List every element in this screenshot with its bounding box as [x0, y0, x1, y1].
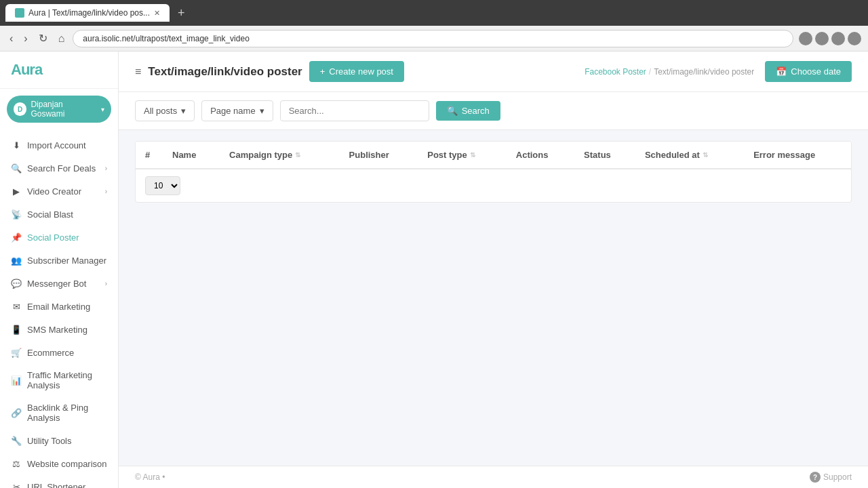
sort-icon: ⇅	[703, 151, 708, 159]
col-scheduled-at: Scheduled at ⇅	[635, 142, 744, 169]
website-comparison-icon: ⚖	[11, 458, 22, 469]
sidebar-item-label: Subscriber Manager	[27, 256, 106, 266]
table-wrapper: # Name Campaign type ⇅ Publisher Post ty…	[135, 141, 852, 203]
sidebar-item-email-marketing[interactable]: ✉ Email Marketing	[0, 295, 118, 318]
search-icon: 🔍	[447, 106, 458, 116]
sidebar-item-sms-marketing[interactable]: 📱 SMS Marketing	[0, 318, 118, 341]
breadcrumb-current: Text/image/link/video poster	[654, 67, 754, 77]
page-name-label: Page name	[210, 106, 256, 116]
all-posts-filter[interactable]: All posts ▾	[135, 100, 195, 121]
user-name: Dipanjan Goswami	[31, 100, 97, 119]
back-button[interactable]: ‹	[7, 30, 16, 47]
url-shortener-icon: ✂	[11, 481, 22, 488]
reload-button[interactable]: ↻	[36, 29, 50, 47]
main-header: ≡ Text/image/link/video poster + Create …	[119, 52, 868, 92]
title-icon: ≡	[135, 66, 141, 78]
sidebar-item-url-shortener[interactable]: ✂ URL Shortener	[0, 475, 118, 488]
per-page-select[interactable]: 10 25 50	[145, 176, 180, 195]
sidebar-item-import-account[interactable]: ⬇ Import Account	[0, 134, 118, 157]
footer-copyright: © Aura	[135, 472, 160, 482]
page-name-filter[interactable]: Page name ▾	[201, 100, 273, 121]
page-name-chevron: ▾	[260, 106, 264, 116]
sidebar-item-social-poster[interactable]: 📌 Social Poster	[0, 226, 118, 249]
title-area: ≡ Text/image/link/video poster + Create …	[135, 61, 404, 82]
col-name: Name	[163, 142, 220, 169]
sidebar: Aura D Dipanjan Goswami ▾ ⬇ Import Accou…	[0, 52, 119, 488]
header-row: # Name Campaign type ⇅ Publisher Post ty…	[136, 142, 851, 169]
menu-icon[interactable]	[848, 32, 861, 45]
breadcrumb-parent[interactable]: Facebook Poster	[585, 67, 646, 77]
tab-title: Aura | Text/image/link/video pos...	[28, 8, 150, 18]
choose-date-button[interactable]: 📅 Choose date	[765, 61, 852, 82]
home-button[interactable]: ⌂	[56, 30, 68, 47]
app-wrapper: Aura D Dipanjan Goswami ▾ ⬇ Import Accou…	[0, 52, 868, 488]
sidebar-item-label: URL Shortener	[27, 482, 85, 489]
all-posts-chevron: ▾	[181, 106, 186, 116]
search-label: Search	[462, 106, 490, 116]
extension-icon[interactable]	[815, 32, 829, 45]
sidebar-item-subscriber-manager[interactable]: 👥 Subscriber Manager	[0, 249, 118, 272]
browser-nav: ‹ › ↻ ⌂	[0, 26, 868, 52]
sidebar-item-ecommerce[interactable]: 🛒 Ecommerce	[0, 341, 118, 364]
support-icon: ?	[810, 472, 821, 483]
sidebar-item-search-deals[interactable]: 🔍 Search For Deals ›	[0, 157, 118, 180]
sidebar-item-traffic-analysis[interactable]: 📊 Traffic Marketing Analysis	[0, 364, 118, 396]
sidebar-item-label: Backlink & Ping Analysis	[27, 403, 107, 423]
create-post-button[interactable]: + Create new post	[309, 61, 404, 82]
bookmark-icon[interactable]	[799, 32, 812, 45]
account-icon[interactable]	[831, 32, 845, 45]
sidebar-nav: ⬇ Import Account 🔍 Search For Deals › ▶ …	[0, 129, 118, 488]
sidebar-item-label: Website comparison	[27, 459, 107, 469]
sidebar-item-video-creator[interactable]: ▶ Video Creator ›	[0, 180, 118, 203]
search-button[interactable]: 🔍 Search	[436, 101, 500, 121]
main-content: ≡ Text/image/link/video poster + Create …	[119, 52, 868, 488]
tab-close-icon[interactable]: ✕	[154, 9, 160, 18]
traffic-analysis-icon: 📊	[11, 375, 22, 386]
data-table: # Name Campaign type ⇅ Publisher Post ty…	[136, 142, 851, 169]
col-error-message: Error message	[744, 142, 851, 169]
sidebar-item-label: Search For Deals	[27, 163, 96, 174]
col-status: Status	[574, 142, 635, 169]
choose-date-icon: 📅	[776, 66, 787, 77]
sidebar-item-messenger-bot[interactable]: 💬 Messenger Bot ›	[0, 272, 118, 295]
import-account-icon: ⬇	[11, 140, 22, 150]
social-poster-icon: 📌	[11, 232, 22, 243]
search-deals-icon: 🔍	[11, 163, 22, 174]
subscriber-manager-icon: 👥	[11, 255, 22, 266]
browser-actions	[799, 32, 861, 45]
sidebar-logo: Aura	[0, 52, 118, 89]
user-initials: D	[18, 106, 22, 113]
sidebar-item-label: SMS Marketing	[27, 325, 87, 335]
chevron-icon: ›	[105, 165, 107, 172]
sidebar-item-backlink-analysis[interactable]: 🔗 Backlink & Ping Analysis	[0, 396, 118, 429]
main-footer: © Aura • ? Support	[119, 466, 868, 488]
footer-support[interactable]: ? Support	[810, 472, 852, 483]
choose-date-label: Choose date	[791, 66, 841, 77]
logo-text: Aura	[11, 61, 42, 79]
sidebar-item-utility-tools[interactable]: 🔧 Utility Tools	[0, 429, 118, 452]
backlink-analysis-icon: 🔗	[11, 407, 22, 418]
new-tab-button[interactable]: +	[174, 6, 189, 20]
sidebar-item-website-comparison[interactable]: ⚖ Website comparison	[0, 452, 118, 475]
page-title: Text/image/link/video poster	[148, 65, 302, 79]
sidebar-item-label: Utility Tools	[27, 436, 72, 446]
sidebar-user-button[interactable]: D Dipanjan Goswami ▾	[7, 96, 111, 123]
breadcrumb: Facebook Poster / Text/image/link/video …	[585, 67, 754, 77]
user-chevron-icon: ▾	[101, 106, 104, 113]
sidebar-item-label: Ecommerce	[27, 348, 74, 358]
browser-tab[interactable]: Aura | Text/image/link/video pos... ✕	[5, 4, 170, 22]
sidebar-item-social-blast[interactable]: 📡 Social Blast	[0, 203, 118, 226]
support-label: Support	[823, 472, 852, 482]
chevron-icon: ›	[105, 280, 107, 287]
sidebar-item-label: Messenger Bot	[27, 279, 86, 289]
sms-marketing-icon: 📱	[11, 324, 22, 335]
search-input[interactable]	[280, 100, 429, 121]
tab-favicon	[15, 8, 24, 18]
forward-button[interactable]: ›	[21, 30, 30, 47]
sidebar-item-label: Traffic Marketing Analysis	[27, 370, 107, 390]
user-avatar: D	[14, 102, 26, 116]
email-marketing-icon: ✉	[11, 301, 22, 312]
chevron-icon: ›	[105, 188, 107, 195]
url-bar[interactable]	[73, 30, 793, 47]
sidebar-item-label: Video Creator	[27, 186, 81, 197]
